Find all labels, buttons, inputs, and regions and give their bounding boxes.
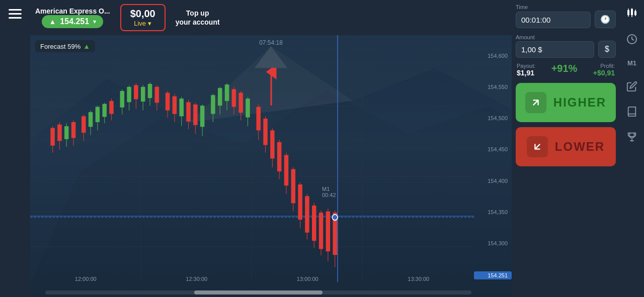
svg-rect-22	[64, 126, 69, 139]
svg-rect-104	[634, 11, 636, 15]
amount-label: Amount	[516, 34, 535, 40]
time-input[interactable]	[516, 12, 591, 28]
price-label-7: 154,300	[474, 240, 512, 246]
asset-name: American Express O...	[35, 7, 110, 15]
svg-rect-80	[284, 155, 289, 185]
svg-rect-76	[270, 130, 275, 158]
svg-rect-48	[166, 93, 170, 111]
trophy-icon[interactable]	[626, 131, 637, 142]
svg-rect-38	[127, 87, 131, 102]
svg-rect-28	[89, 112, 93, 127]
svg-rect-60	[211, 95, 215, 114]
chart-scrollbar-thumb[interactable]	[194, 290, 322, 294]
top-up-button[interactable]: Top up your account	[176, 9, 220, 27]
svg-rect-92	[326, 212, 331, 251]
svg-rect-26	[82, 116, 86, 133]
forecast-text: Forecast 59%	[40, 43, 80, 50]
profit-value: +$0,91	[593, 69, 615, 77]
chart-time-header: 07:54:18	[259, 39, 283, 46]
amount-row: Amount $	[516, 32, 616, 58]
price-axis: 154,600 154,550 154,500 154,450 154,400 …	[474, 35, 512, 297]
balance-amount: $0,00	[130, 8, 155, 20]
time-axis: 12:00:00 12:30:00 13:00:00 13:30:00	[30, 276, 474, 282]
currency-button[interactable]: $	[598, 41, 616, 58]
clock-icon[interactable]	[626, 33, 638, 45]
asset-dropdown-arrow-icon: ▾	[93, 18, 96, 25]
svg-rect-32	[102, 104, 107, 117]
candlestick-chart-icon[interactable]	[626, 7, 638, 19]
svg-rect-98	[627, 10, 629, 15]
svg-rect-36	[120, 91, 125, 108]
left-sidebar	[0, 0, 30, 297]
higher-button[interactable]: HIGHER	[516, 83, 616, 122]
payout-block: Payout: $1,91	[517, 63, 535, 77]
amount-input-group: Amount	[516, 32, 594, 58]
time-label-4: 13:30:00	[408, 276, 429, 282]
lower-button[interactable]: LOWER	[516, 127, 616, 166]
svg-rect-20	[57, 125, 62, 141]
timeframe-m1-label[interactable]: M1	[627, 59, 636, 67]
svg-rect-52	[179, 98, 184, 116]
higher-label: HIGHER	[553, 95, 606, 110]
svg-rect-42	[141, 87, 145, 102]
svg-rect-34	[109, 101, 114, 114]
svg-rect-68	[238, 93, 243, 113]
asset-price-button[interactable]: ▲ 154.251 ▾	[42, 15, 103, 28]
svg-rect-101	[631, 9, 633, 15]
lower-label: LOWER	[555, 140, 605, 154]
balance-live: Live ▾	[134, 20, 151, 27]
candle-area	[30, 35, 474, 282]
svg-rect-50	[173, 96, 177, 114]
main-area: American Express O... ▲ 154.251 ▾ $0,00 …	[30, 0, 512, 297]
svg-rect-46	[155, 87, 159, 103]
book-icon[interactable]	[626, 106, 637, 117]
price-up-arrow-icon: ▲	[49, 18, 56, 26]
time-row: Time 🕐	[516, 4, 616, 28]
edit-icon[interactable]	[626, 81, 637, 92]
price-label-2: 154,550	[474, 84, 512, 90]
chart-scrollbar[interactable]	[45, 290, 471, 294]
svg-rect-64	[225, 84, 229, 101]
price-label-3: 154,500	[474, 115, 512, 121]
svg-rect-66	[232, 89, 236, 107]
svg-rect-56	[193, 105, 198, 125]
hamburger-menu[interactable]	[9, 9, 22, 19]
svg-rect-44	[148, 84, 152, 98]
svg-rect-24	[71, 122, 76, 138]
svg-rect-72	[257, 107, 261, 131]
svg-rect-82	[291, 169, 296, 204]
forecast-up-icon: ▲	[83, 42, 90, 50]
top-bar: American Express O... ▲ 154.251 ▾ $0,00 …	[30, 0, 512, 35]
right-panel: Time 🕐 Amount $ Payout: $1,91 +91% Profi…	[512, 0, 620, 297]
asset-price-value: 154.251	[60, 17, 89, 26]
svg-rect-88	[312, 206, 316, 241]
payout-row: Payout: $1,91 +91% Profit: +$0,91	[516, 63, 616, 77]
far-right-icons: M1	[620, 0, 644, 297]
price-label-6: 154,350	[474, 209, 512, 215]
time-icon-button[interactable]: 🕐	[595, 11, 616, 28]
payout-percent: +91%	[551, 63, 578, 74]
balance-box[interactable]: $0,00 Live ▾	[120, 4, 166, 31]
chart-m1-label: M1 00:42	[322, 186, 336, 198]
svg-rect-58	[200, 106, 205, 127]
svg-rect-84	[298, 184, 302, 220]
svg-rect-78	[277, 142, 282, 171]
svg-rect-40	[134, 85, 138, 99]
price-label-5: 154,400	[474, 178, 512, 184]
amount-input[interactable]	[516, 41, 594, 58]
asset-selector[interactable]: American Express O... ▲ 154.251 ▾	[35, 7, 110, 28]
price-label-4: 154,450	[474, 146, 512, 152]
red-arrow-overlay	[261, 68, 281, 108]
svg-rect-70	[246, 98, 250, 117]
payout-value: $1,91	[517, 69, 535, 77]
live-dropdown-icon: ▾	[148, 20, 151, 27]
svg-rect-86	[305, 196, 309, 232]
time-input-group: Time	[516, 4, 591, 28]
payout-label: Payout:	[517, 63, 535, 69]
forecast-badge: Forecast 59% ▲	[35, 40, 95, 52]
current-price-label: 154.251	[474, 271, 512, 279]
higher-icon	[525, 92, 546, 113]
svg-rect-18	[50, 128, 55, 146]
lower-icon	[527, 136, 548, 157]
svg-rect-54	[186, 102, 191, 122]
